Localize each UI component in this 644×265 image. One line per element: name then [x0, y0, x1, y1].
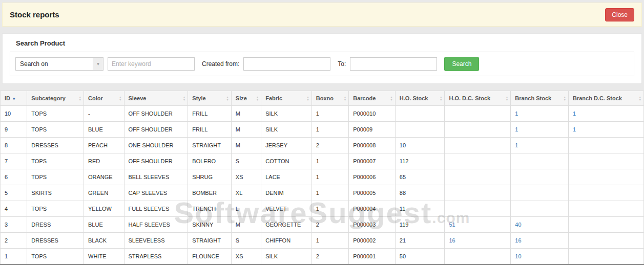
sort-icon: ▴▾ [119, 96, 121, 101]
column-header[interactable]: Color▴▾ [84, 91, 124, 106]
table-cell: ONE SHOULDER [124, 138, 188, 153]
sort-active-icon: ▾ [13, 96, 15, 101]
column-header[interactable]: Size▴▾ [231, 91, 261, 106]
table-cell: 65 [395, 169, 445, 185]
table-cell: CAP SLEEVES [124, 185, 188, 201]
table-cell: RED [84, 153, 124, 169]
sort-icon: ▴▾ [226, 96, 228, 101]
table-cell [568, 201, 643, 217]
table-cell: L [231, 201, 261, 217]
table-cell: 10 [1, 106, 27, 122]
table-row: 9TOPSBLUEOFF SHOULDERFRILLMSILK1P00009 1… [1, 122, 644, 138]
column-header[interactable]: Sleeve▴▾ [124, 91, 188, 106]
column-header[interactable]: Branch D.C. Stock▴▾ [568, 91, 643, 106]
table-cell [511, 153, 569, 169]
chevron-down-icon[interactable]: ▾ [93, 58, 103, 70]
sort-icon: ▴▾ [79, 96, 81, 101]
table-cell [568, 169, 643, 185]
table-cell: 1 [311, 201, 348, 217]
stock-link[interactable]: 1 [515, 142, 518, 148]
table-cell: XS [231, 249, 261, 264]
table-row: 5SKIRTSGREENCAP SLEEVESBOMBERXLDENIM1P00… [1, 185, 644, 201]
stock-link[interactable]: 1 [515, 126, 518, 132]
column-header[interactable]: Branch Stock▴▾ [511, 91, 569, 106]
table-cell: DRESSES [27, 233, 84, 249]
table-cell: 1 [1, 249, 27, 264]
stock-link[interactable]: 10 [515, 253, 521, 259]
table-cell: 16 [511, 233, 569, 249]
table-cell: OFF SHOULDER [124, 122, 188, 138]
table-cell: 1 [511, 122, 569, 138]
column-header[interactable]: Barcode▴▾ [349, 91, 396, 106]
sort-icon: ▴▾ [307, 96, 309, 101]
table-row: 6TOPSORANGEBELL SLEEVESSHRUGXSLACE1P0000… [1, 169, 644, 185]
table-cell: CHIFFON [261, 233, 312, 249]
table-cell: COTTON [261, 153, 312, 169]
stock-link[interactable]: 1 [515, 111, 518, 117]
page-title: Stock reports [10, 10, 59, 19]
table-cell: DRESSES [27, 138, 84, 153]
table-cell: FRILL [188, 106, 232, 122]
stock-link[interactable]: 51 [449, 222, 455, 228]
stock-link[interactable]: 16 [449, 237, 455, 244]
table-cell: SHRUG [188, 169, 232, 185]
stock-link[interactable]: 40 [515, 222, 521, 228]
search-panel: Search Product Search on ▾ Created from:… [2, 33, 642, 84]
table-cell: PEACH [84, 138, 124, 153]
table-cell: 8 [1, 138, 27, 153]
table-cell: 2 [311, 249, 348, 264]
table-row: 1TOPSWHITESTRAPLESSFLOUNCEXSSILK2P000001… [1, 249, 644, 264]
column-header[interactable]: Boxno▴▾ [311, 91, 348, 106]
table-cell: TOPS [27, 122, 84, 138]
table-cell: 2 [1, 233, 27, 249]
table-cell [445, 169, 511, 185]
column-header[interactable]: Subcategory▴▾ [27, 91, 84, 106]
column-header[interactable]: ID▾ [1, 91, 27, 106]
created-from-label: Created from: [202, 60, 239, 68]
table-cell: 1 [311, 122, 348, 138]
stock-link[interactable]: 1 [573, 126, 576, 132]
table-cell: STRAIGHT [188, 233, 232, 249]
table-cell: P000010 [349, 106, 396, 122]
table-cell: TOPS [27, 249, 84, 264]
sort-icon: ▴▾ [639, 96, 641, 101]
stock-link[interactable]: 16 [515, 237, 521, 244]
table-cell: 7 [1, 153, 27, 169]
search-panel-title: Search Product [16, 39, 634, 47]
search-button[interactable]: Search [444, 57, 479, 71]
stock-table: ID▾Subcategory▴▾Color▴▾Sleeve▴▾Style▴▾Si… [0, 91, 644, 264]
table-cell: 5 [1, 185, 27, 201]
search-on-select[interactable]: Search on ▾ [15, 57, 103, 71]
to-input[interactable] [350, 57, 437, 71]
table-cell: BOMBER [188, 185, 232, 201]
table-cell [568, 233, 643, 249]
table-cell: SLEEVELESS [124, 233, 188, 249]
table-cell: VELVET [261, 201, 312, 217]
table-cell: FRILL [188, 122, 232, 138]
table-cell: P000005 [349, 185, 396, 201]
table-cell: M [231, 106, 261, 122]
table-cell: - [84, 106, 124, 122]
table-cell: M [231, 122, 261, 138]
column-header[interactable]: H.O. Stock▴▾ [395, 91, 445, 106]
column-header[interactable]: H.O. D.C. Stock▴▾ [445, 91, 511, 106]
table-cell [511, 169, 569, 185]
table-cell: P000008 [349, 138, 396, 153]
table-cell: FULL SLEEVES [124, 201, 188, 217]
table-cell: 50 [395, 249, 445, 264]
table-cell: YELLOW [84, 201, 124, 217]
table-cell: STRAIGHT [188, 138, 232, 153]
created-from-input[interactable] [243, 57, 330, 71]
table-cell: M [231, 217, 261, 233]
stock-link[interactable]: 1 [573, 111, 576, 117]
column-header[interactable]: Style▴▾ [188, 91, 232, 106]
table-cell: P00009 [349, 122, 396, 138]
table-cell [568, 185, 643, 201]
close-button[interactable]: Close [605, 8, 634, 21]
table-cell: ORANGE [84, 169, 124, 185]
table-row: 10TOPS-OFF SHOULDERFRILLMSILK1P000010 11 [1, 106, 644, 122]
keyword-input[interactable] [108, 57, 195, 71]
column-header[interactable]: Fabric▴▾ [261, 91, 312, 106]
table-cell: BLUE [84, 217, 124, 233]
table-cell: S [231, 233, 261, 249]
